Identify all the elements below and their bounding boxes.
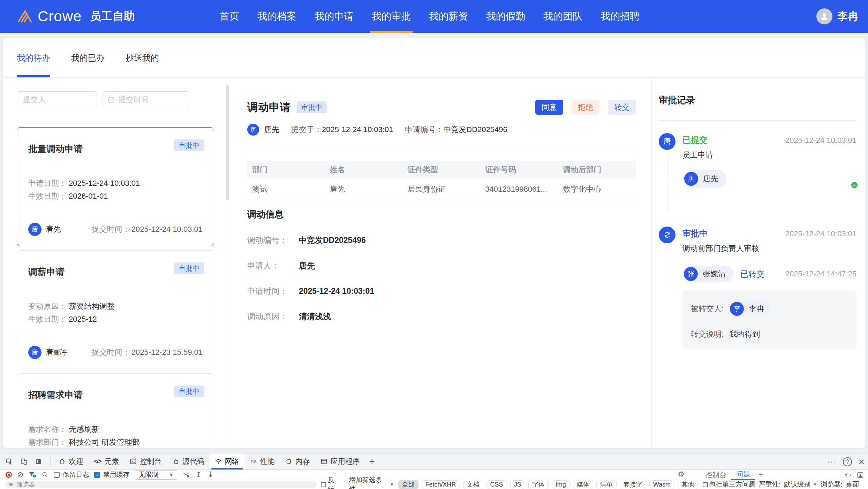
user-avatar[interactable] (816, 8, 832, 24)
third-party-label[interactable]: 包括第三方问题 (709, 480, 755, 489)
invert-checkbox[interactable] (321, 482, 326, 487)
filter-pill-manifest[interactable]: 清单 (596, 480, 617, 489)
todo-card-salary-adjust[interactable]: 调薪申请 审批中 变动原因：薪资结构调整 生效日期：2025-12 唐 唐郦军 … (17, 250, 214, 369)
more-tabs-button[interactable]: + (365, 456, 379, 467)
detail-header: 调动申请 审批中 同意 拒绝 转交 (247, 100, 636, 115)
filter-pill-css[interactable]: CSS (486, 480, 507, 489)
tab-my-todo[interactable]: 我的待办 (17, 38, 50, 77)
info-row: 调动编号：中竞发DD2025496 (247, 235, 651, 246)
approval-tabs: 我的待办 我的已办 抄送我的 (3, 38, 865, 78)
third-party-checkbox[interactable] (703, 482, 708, 487)
devtools-tab-network[interactable]: 网络 (210, 453, 245, 469)
severity-dropdown[interactable]: 默认级别 ▼ (784, 480, 817, 489)
applicant-name: 唐郦军 (46, 347, 69, 358)
field-label: 需求部门： (28, 438, 67, 446)
dock-side-icon[interactable] (32, 455, 45, 468)
transfer-button[interactable]: 转交 (608, 100, 636, 115)
devtools-tab-application[interactable]: 应用程序 (315, 453, 365, 469)
preserve-log-checkbox[interactable] (54, 472, 60, 478)
filter-pill-socket[interactable]: 套接字 (620, 480, 646, 489)
caret-down-icon: ▼ (169, 472, 173, 477)
nav-item-my-salary[interactable]: 我的薪资 (429, 0, 468, 33)
devtools-tab-performance[interactable]: 性能 (245, 453, 280, 469)
preserve-log-label[interactable]: 保留日志 (62, 470, 89, 479)
todo-card-batch-transfer[interactable]: 批量调动申请 审批中 申请日期：2025-12-24 10:03:01 生效日期… (17, 127, 214, 246)
inspect-icon[interactable] (3, 455, 15, 468)
export-panel-icon[interactable] (857, 472, 864, 479)
network-filter-bar: ≡ 筛选器 反转 增加筛选条件 ▼ 全部 Fetch/XHR 文档 CSS JS… (0, 480, 698, 489)
network-filter-input[interactable]: ≡ 筛选器 (5, 481, 317, 488)
search-icon[interactable] (41, 471, 48, 478)
network-conditions-icon[interactable] (182, 471, 190, 479)
step-status: 审批中 (682, 228, 708, 239)
drawer-tab-console[interactable]: 控制台 (701, 470, 731, 480)
filter-pill-wasm[interactable]: Wasm (649, 480, 674, 489)
filter-pill-doc[interactable]: 文档 (463, 480, 483, 489)
devtools-tab-elements[interactable]: </> 元素 (89, 453, 124, 469)
drawer-tab-issues[interactable]: 问题 (731, 470, 755, 480)
approve-button[interactable]: 同意 (535, 100, 563, 115)
devtools-tab-sources[interactable]: 源代码 (167, 453, 210, 469)
top-nav-bar: Crowe 员工自助 首页 我的档案 我的申请 我的审批 我的薪资 我的假勤 我… (0, 0, 868, 33)
export-har-icon[interactable]: ↧ (207, 471, 213, 479)
drawer-add-tab-button[interactable]: + (755, 470, 767, 480)
filter-funnel-icon[interactable] (29, 471, 36, 478)
filter-pill-all[interactable]: 全部 (398, 480, 418, 489)
import-har-icon[interactable]: ↥ (195, 471, 202, 479)
filter-pill-other[interactable]: 其他 (678, 480, 698, 489)
col-department: 部门 (247, 161, 325, 178)
avatar: 唐 (28, 223, 41, 236)
filter-pill-fetch-xhr[interactable]: Fetch/XHR (422, 480, 460, 489)
submitted-time: 2025-12-24 10:03:01 (322, 125, 393, 134)
devtools-tab-welcome[interactable]: 欢迎 (53, 453, 89, 469)
person-icon (819, 11, 830, 22)
crowe-logo-icon (17, 9, 32, 24)
throttling-select[interactable]: 无限制 ▼ (135, 470, 177, 480)
avatar: 唐 (28, 346, 41, 359)
wifi-icon (215, 458, 222, 465)
tab-cc-me[interactable]: 抄送我的 (126, 38, 159, 77)
todo-list-scrollbar[interactable] (226, 85, 229, 200)
user-menu[interactable]: 李冉 (816, 0, 858, 33)
network-settings-gear-icon[interactable]: ⚙ (678, 471, 685, 478)
chip-icon (285, 458, 292, 465)
transfer-detail-box: 被转交人: 李 李冉 转交说明: 我的得到 (682, 291, 856, 349)
network-pane: ⊘ 保留日志 禁用缓存 无限制 ▼ (0, 470, 698, 489)
reject-button[interactable]: 拒绝 (572, 100, 599, 115)
devtools-tab-memory[interactable]: 内存 (280, 453, 315, 469)
filter-pill-media[interactable]: 媒体 (573, 480, 593, 489)
disable-cache-checkbox[interactable] (94, 472, 100, 478)
help-icon[interactable]: ? (843, 457, 852, 466)
brand: Crowe 员工自助 (17, 8, 135, 25)
detail-status-badge: 审批中 (297, 101, 327, 113)
clear-icon[interactable]: ⊘ (17, 471, 23, 479)
record-icon[interactable] (6, 472, 12, 478)
field-value: 无感刷新 (69, 425, 99, 434)
avatar: 张 (684, 267, 698, 281)
nav-item-my-approvals[interactable]: 我的审批 (372, 0, 411, 33)
filter-pill-font[interactable]: 字体 (528, 480, 549, 489)
nav-item-my-team[interactable]: 我的团队 (543, 0, 582, 33)
refresh-frame-icon[interactable] (844, 472, 851, 479)
devtools-tab-console[interactable]: 控制台 (124, 453, 167, 469)
devtools-tab-bar: 欢迎 </> 元素 控制台 源代码 网络 性能 内存 应用程序 (0, 453, 868, 470)
nav-item-my-profile[interactable]: 我的档案 (257, 0, 296, 33)
nav-item-my-recruiting[interactable]: 我的招聘 (601, 0, 640, 33)
filter-pill-js[interactable]: JS (510, 480, 525, 489)
disable-cache-label[interactable]: 禁用缓存 (103, 470, 129, 479)
browser-dropdown[interactable]: 桌面 (846, 480, 859, 489)
table-row: 测试 唐先 居民身份证 3401231998061... 数字化中心 (247, 178, 636, 200)
submitter-input[interactable] (17, 91, 97, 108)
nav-item-my-requests[interactable]: 我的申请 (315, 0, 354, 33)
nav-item-home[interactable]: 首页 (220, 0, 239, 33)
nav-item-my-attendance[interactable]: 我的假勤 (486, 0, 525, 33)
close-devtools-icon[interactable]: × (858, 457, 865, 467)
more-options-icon[interactable]: ··· (827, 457, 837, 466)
filter-pill-img[interactable]: Img (552, 480, 570, 489)
device-toolbar-icon[interactable] (17, 455, 30, 468)
cell-name: 唐先 (325, 178, 403, 200)
tab-my-done[interactable]: 我的已办 (71, 38, 105, 77)
todo-card-recruit-demand[interactable]: 招聘需求申请 审批中 需求名称：无感刷新 需求部门：科技公司 研发管理部 (17, 373, 214, 448)
submit-time-input[interactable]: 提交时间 (103, 91, 188, 108)
field-value: 薪资结构调整 (69, 302, 115, 311)
